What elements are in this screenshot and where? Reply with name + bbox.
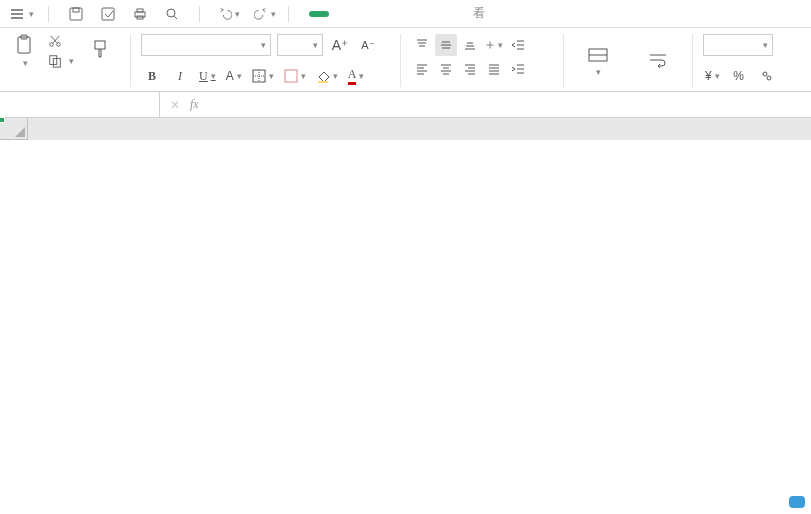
font-size-select[interactable]: ▾	[277, 34, 323, 56]
align-center-icon[interactable]	[435, 58, 457, 80]
ribbon-group-clipboard: ▾ ▾	[8, 34, 131, 87]
orientation-button[interactable]: ▾	[483, 34, 505, 56]
svg-rect-15	[285, 70, 297, 82]
formula-bar: ✕ fx	[0, 92, 811, 118]
save-icon[interactable]	[65, 3, 87, 25]
ribbon: ▾ ▾ ▾ ▾ A⁺ A⁻ B I U▾ A▾ ▾ ▾ ▾	[0, 28, 811, 92]
redo-button[interactable]: ▾	[252, 3, 278, 25]
bold-button[interactable]: B	[141, 65, 163, 87]
watermark	[783, 496, 805, 508]
svg-point-19	[767, 76, 771, 80]
ribbon-group-alignment: ▾	[411, 34, 564, 87]
separator	[48, 6, 49, 22]
comma-button[interactable]	[756, 65, 778, 87]
cancel-fx-icon[interactable]: ✕	[170, 98, 180, 112]
fill-color-button[interactable]: ▾	[314, 65, 340, 87]
svg-rect-0	[70, 8, 82, 20]
wrap-icon	[647, 50, 669, 70]
align-bottom-icon[interactable]	[459, 34, 481, 56]
merge-icon	[587, 45, 609, 65]
menu-bar: ▾ ▾ ▾ 看	[0, 0, 811, 28]
svg-rect-1	[73, 8, 79, 12]
spreadsheet-grid[interactable]	[0, 118, 811, 514]
svg-point-18	[763, 72, 767, 76]
increase-font-icon[interactable]: A⁺	[329, 34, 351, 56]
paint-bucket-icon	[316, 69, 330, 83]
currency-button[interactable]: ¥▾	[703, 65, 722, 87]
justify-icon[interactable]	[483, 58, 505, 80]
tab-start[interactable]	[309, 11, 329, 17]
svg-point-6	[167, 9, 175, 17]
border-button[interactable]: ▾	[250, 65, 276, 87]
font-name-select[interactable]: ▾	[141, 34, 271, 56]
scissors-icon	[48, 34, 62, 48]
name-box[interactable]	[0, 92, 160, 117]
increase-indent-icon[interactable]	[507, 58, 529, 80]
tab-more[interactable]: 看	[473, 5, 485, 22]
underline-button[interactable]: U▾	[197, 65, 218, 87]
fx-icon[interactable]: fx	[190, 97, 199, 112]
column-headers	[28, 118, 811, 140]
italic-button[interactable]: I	[169, 65, 191, 87]
cell-style-button[interactable]: ▾	[282, 65, 308, 87]
svg-point-9	[50, 43, 54, 47]
print-preview-icon[interactable]	[161, 3, 183, 25]
chevron-down-icon: ▾	[29, 9, 34, 19]
merge-center-button[interactable]: ▾	[574, 45, 622, 77]
name-box-input[interactable]	[0, 92, 159, 117]
separator	[288, 6, 289, 22]
cut-button[interactable]	[48, 34, 74, 48]
save-as-icon[interactable]	[97, 3, 119, 25]
align-right-icon[interactable]	[459, 58, 481, 80]
wrap-text-button[interactable]	[634, 50, 682, 72]
ribbon-group-number: ▾ ¥▾ %	[703, 34, 788, 87]
watermark-tag	[789, 496, 805, 508]
paste-icon	[15, 34, 35, 56]
number-format-select[interactable]: ▾	[703, 34, 773, 56]
font-color-button[interactable]: A▾	[346, 65, 367, 87]
print-icon[interactable]	[129, 3, 151, 25]
brush-icon	[90, 39, 110, 61]
align-middle-icon[interactable]	[435, 34, 457, 56]
decrease-font-icon[interactable]: A⁻	[357, 34, 379, 56]
file-menu[interactable]: ▾	[6, 7, 38, 21]
svg-rect-4	[137, 9, 143, 12]
svg-rect-13	[95, 41, 105, 49]
ribbon-group-font: ▾ ▾ A⁺ A⁻ B I U▾ A▾ ▾ ▾ ▾ A▾	[141, 34, 401, 87]
ribbon-tabs: 看	[309, 5, 485, 22]
hamburger-icon	[10, 7, 24, 21]
align-left-icon[interactable]	[411, 58, 433, 80]
svg-point-10	[57, 43, 61, 47]
paste-button[interactable]: ▾	[8, 34, 42, 68]
ribbon-group-merge: ▾	[574, 34, 693, 87]
svg-rect-16	[318, 81, 328, 83]
copy-icon	[48, 54, 62, 68]
font-effects-button[interactable]: A▾	[224, 65, 244, 87]
formula-input[interactable]	[209, 92, 811, 117]
copy-button[interactable]: ▾	[48, 54, 74, 68]
format-painter-button[interactable]	[80, 39, 120, 63]
undo-button[interactable]: ▾	[216, 3, 242, 25]
svg-rect-2	[102, 8, 114, 20]
decrease-indent-icon[interactable]	[507, 34, 529, 56]
align-top-icon[interactable]	[411, 34, 433, 56]
separator	[199, 6, 200, 22]
select-all-corner[interactable]	[0, 118, 28, 140]
percent-button[interactable]: %	[728, 65, 750, 87]
quick-access-toolbar: ▾ ▾	[65, 3, 278, 25]
